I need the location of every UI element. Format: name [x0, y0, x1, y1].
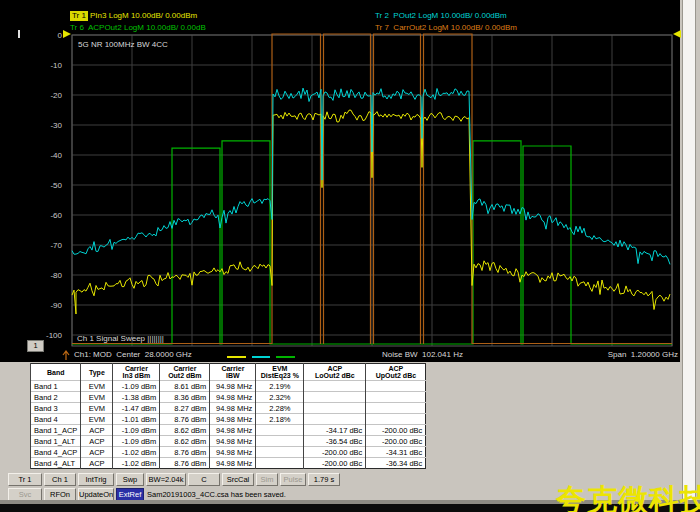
column-header: EVMDistEq23 %	[256, 364, 304, 381]
column-header: ACPLoOut2 dBc	[304, 364, 366, 381]
y-axis-tick-label: -60	[50, 211, 62, 220]
table-cell: EVM	[81, 403, 113, 414]
table-cell	[304, 403, 366, 414]
table-cell: 94.98 MHz	[210, 381, 256, 392]
table-cell: 8.62 dBm	[160, 436, 210, 447]
y-axis-tick-label: -20	[50, 91, 62, 100]
table-cell: ACP	[81, 458, 113, 469]
active-trace-badge[interactable]: Tr 1	[70, 11, 88, 21]
measurement-table-header: BandTypeCarrierIn3 dBmCarrierOut2 dBmCar…	[31, 364, 426, 381]
table-cell: ACP	[81, 447, 113, 458]
y-axis-tick-label: -30	[50, 121, 62, 130]
table-cell: -1.02 dBm	[113, 458, 160, 469]
table-cell	[256, 436, 304, 447]
table-cell: -34.31 dBc	[366, 447, 426, 458]
trace-legend-item[interactable]: Tr 2 POut2 LogM 10.00dB/ 0.00dBm	[375, 11, 507, 21]
sweep-status-label: Ch 1 Signal Sweep ||||||||	[77, 334, 164, 344]
table-cell: 8.62 dBm	[160, 425, 210, 436]
table-cell: 94.98 MHz	[210, 392, 256, 403]
table-cell	[304, 392, 366, 403]
table-cell: -1.09 dBm	[113, 436, 160, 447]
spectrum-plot: 0-10-20-30-40-50-60-70-80-90-100	[0, 0, 700, 362]
table-cell: EVM	[81, 392, 113, 403]
table-cell	[366, 392, 426, 403]
table-cell	[304, 414, 366, 425]
table-cell: Band 4	[31, 414, 81, 425]
trace-legend-item[interactable]: Tr 7 CarrOut2 LogM 10.00dB/ 0.00dBm	[375, 23, 517, 33]
table-cell	[256, 425, 304, 436]
status-field-c[interactable]: C	[188, 473, 220, 486]
table-cell: 94.98 MHz	[210, 425, 256, 436]
table-cell: 2.28%	[256, 403, 304, 414]
trace-color-key-cyan	[252, 356, 270, 358]
table-cell: 2.32%	[256, 392, 304, 403]
table-row: Band 4EVM-1.01 dBm8.76 dBm94.98 MHz2.18%	[31, 414, 426, 425]
table-cell: -36.34 dBc	[366, 458, 426, 469]
column-header: Type	[81, 364, 113, 381]
status-field-inttrig[interactable]: IntTrig	[78, 473, 114, 486]
table-cell: 2.19%	[256, 381, 304, 392]
noise-bw-label: Noise BW 102.041 Hz	[382, 350, 463, 360]
trace-legend-item[interactable]: PIn3 LogM 10.00dB/ 0.00dBm	[90, 11, 197, 21]
status-field-ch-1[interactable]: Ch 1	[44, 473, 76, 486]
sweep-position-arrow	[63, 351, 69, 360]
channel-badge[interactable]: 1	[27, 340, 44, 352]
table-cell: 94.98 MHz	[210, 403, 256, 414]
trace-color-key-yellow	[227, 356, 246, 358]
table-row: Band 2EVM-1.38 dBm8.36 dBm94.98 MHz2.32%	[31, 392, 426, 403]
table-cell: -200.00 dBc	[366, 436, 426, 447]
table-cell: ACP	[81, 425, 113, 436]
column-header: CarrierIBW	[210, 364, 256, 381]
table-cell: -1.09 dBm	[113, 381, 160, 392]
measurement-table-body: Band 1EVM-1.09 dBm8.61 dBm94.98 MHz2.19%…	[31, 381, 426, 469]
y-axis-tick-label: -40	[50, 151, 62, 160]
table-cell: 94.98 MHz	[210, 447, 256, 458]
y-axis-tick-label: -50	[50, 181, 62, 190]
column-header: CarrierIn3 dBm	[113, 364, 160, 381]
table-cell: -200.00 dBc	[366, 425, 426, 436]
table-cell	[366, 403, 426, 414]
center-frequency-label: Ch1: MOD Center 28.0000 GHz	[74, 350, 192, 360]
trace-legend-item[interactable]: Tr 6 ACPOut2 LogM 10.00dB/ 0.00dB	[70, 23, 206, 33]
table-cell: Band 4_ACP	[31, 447, 81, 458]
table-cell: -1.38 dBm	[113, 392, 160, 403]
status-field-swp[interactable]: Swp	[116, 473, 144, 486]
trace-color-key-green	[276, 356, 295, 358]
status-field-1-79-s[interactable]: 1.79 s	[308, 473, 340, 486]
status-field-sim: Sim	[256, 473, 278, 486]
status-field-tr-1[interactable]: Tr 1	[8, 473, 42, 486]
y-axis-tick-label: -10	[50, 61, 62, 70]
table-cell: 8.27 dBm	[160, 403, 210, 414]
table-cell: -34.17 dBc	[304, 425, 366, 436]
column-header: Band	[31, 364, 81, 381]
table-cell: 94.98 MHz	[210, 458, 256, 469]
table-cell: Band 1_ACP	[31, 425, 81, 436]
status-field-srccal[interactable]: SrcCal	[222, 473, 254, 486]
table-cell: 8.61 dBm	[160, 381, 210, 392]
table-cell	[256, 458, 304, 469]
table-cell: -200.00 dBc	[304, 458, 366, 469]
table-header-row: BandTypeCarrierIn3 dBmCarrierOut2 dBmCar…	[31, 364, 426, 381]
table-cell: -200.00 dBc	[304, 447, 366, 458]
column-header: CarrierOut2 dBm	[160, 364, 210, 381]
annotation-tick	[18, 30, 20, 38]
status-field-bw-2-04k[interactable]: BW=2.04k	[146, 473, 186, 486]
plot-title: 5G NR 100MHz BW 4CC	[78, 40, 168, 50]
table-cell: 8.76 dBm	[160, 414, 210, 425]
table-cell: -1.01 dBm	[113, 414, 160, 425]
table-cell: -1.47 dBm	[113, 403, 160, 414]
table-row: Band 1_ACPACP-1.09 dBm8.62 dBm94.98 MHz-…	[31, 425, 426, 436]
table-cell: Band 4_ALT	[31, 458, 81, 469]
table-cell: 8.76 dBm	[160, 447, 210, 458]
table-cell: 94.98 MHz	[210, 436, 256, 447]
vertical-scrollbar[interactable]	[682, 0, 696, 503]
table-row: Band 3EVM-1.47 dBm8.27 dBm94.98 MHz2.28%	[31, 403, 426, 414]
table-cell: -1.09 dBm	[113, 425, 160, 436]
table-cell: EVM	[81, 381, 113, 392]
plot-grid	[72, 35, 672, 346]
table-cell: Band 3	[31, 403, 81, 414]
watermark: 夸克微科技	[556, 480, 700, 512]
table-cell	[366, 381, 426, 392]
status-field-pulse: Pulse	[280, 473, 306, 486]
table-cell: EVM	[81, 414, 113, 425]
